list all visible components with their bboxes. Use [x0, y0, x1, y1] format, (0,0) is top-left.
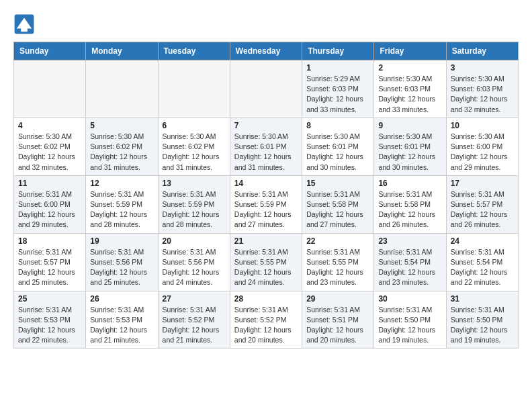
calendar-cell: 19Sunrise: 5:31 AM Sunset: 5:56 PM Dayli… [86, 233, 158, 291]
day-info: Sunrise: 5:31 AM Sunset: 5:55 PM Dayligh… [234, 247, 298, 288]
day-info: Sunrise: 5:31 AM Sunset: 5:50 PM Dayligh… [451, 305, 514, 346]
day-number: 25 [18, 294, 81, 304]
day-number: 12 [90, 179, 153, 188]
day-number: 27 [163, 294, 226, 304]
calendar-cell [158, 60, 230, 118]
day-number: 5 [90, 121, 153, 130]
calendar-cell: 4Sunrise: 5:30 AM Sunset: 6:02 PM Daylig… [14, 118, 86, 175]
weekday-header-sunday: Sunday [14, 42, 86, 60]
day-info: Sunrise: 5:30 AM Sunset: 6:03 PM Dayligh… [378, 74, 441, 115]
calendar-cell: 22Sunrise: 5:31 AM Sunset: 5:55 PM Dayli… [302, 233, 374, 291]
calendar-cell: 2Sunrise: 5:30 AM Sunset: 6:03 PM Daylig… [374, 60, 446, 118]
day-number: 6 [163, 121, 226, 130]
day-number: 21 [234, 236, 298, 246]
calendar-cell: 27Sunrise: 5:31 AM Sunset: 5:52 PM Dayli… [158, 291, 230, 349]
calendar-cell: 3Sunrise: 5:30 AM Sunset: 6:03 PM Daylig… [446, 60, 518, 118]
calendar-cell: 12Sunrise: 5:31 AM Sunset: 5:59 PM Dayli… [86, 175, 158, 233]
calendar-cell: 21Sunrise: 5:31 AM Sunset: 5:55 PM Dayli… [230, 233, 302, 291]
day-number: 20 [163, 236, 226, 246]
day-info: Sunrise: 5:31 AM Sunset: 6:00 PM Dayligh… [18, 189, 81, 230]
weekday-header-row: SundayMondayTuesdayWednesdayThursdayFrid… [14, 42, 519, 60]
day-info: Sunrise: 5:31 AM Sunset: 5:52 PM Dayligh… [163, 305, 226, 346]
weekday-header-thursday: Thursday [302, 42, 374, 60]
calendar-cell: 28Sunrise: 5:31 AM Sunset: 5:52 PM Dayli… [230, 291, 302, 349]
calendar-cell: 31Sunrise: 5:31 AM Sunset: 5:50 PM Dayli… [446, 291, 518, 349]
weekday-header-monday: Monday [86, 42, 158, 60]
day-info: Sunrise: 5:31 AM Sunset: 5:56 PM Dayligh… [90, 247, 153, 288]
day-number: 30 [378, 294, 441, 304]
day-info: Sunrise: 5:31 AM Sunset: 5:58 PM Dayligh… [306, 189, 369, 230]
calendar-cell [14, 60, 86, 118]
day-number: 14 [234, 179, 298, 188]
day-info: Sunrise: 5:31 AM Sunset: 5:57 PM Dayligh… [18, 247, 81, 288]
page-header [13, 13, 519, 35]
day-info: Sunrise: 5:30 AM Sunset: 6:02 PM Dayligh… [90, 132, 153, 173]
week-row-0: 1Sunrise: 5:29 AM Sunset: 6:03 PM Daylig… [14, 60, 519, 118]
calendar-cell: 30Sunrise: 5:31 AM Sunset: 5:50 PM Dayli… [374, 291, 446, 349]
calendar-cell: 5Sunrise: 5:30 AM Sunset: 6:02 PM Daylig… [86, 118, 158, 175]
calendar-cell: 18Sunrise: 5:31 AM Sunset: 5:57 PM Dayli… [14, 233, 86, 291]
week-row-2: 11Sunrise: 5:31 AM Sunset: 6:00 PM Dayli… [14, 175, 519, 233]
day-number: 17 [451, 179, 514, 188]
day-info: Sunrise: 5:31 AM Sunset: 5:58 PM Dayligh… [378, 189, 441, 230]
day-info: Sunrise: 5:30 AM Sunset: 6:01 PM Dayligh… [234, 132, 298, 173]
day-number: 4 [18, 121, 81, 130]
week-row-3: 18Sunrise: 5:31 AM Sunset: 5:57 PM Dayli… [14, 233, 519, 291]
day-number: 11 [18, 179, 81, 188]
day-number: 16 [378, 179, 441, 188]
svg-rect-2 [21, 26, 28, 32]
calendar-cell: 23Sunrise: 5:31 AM Sunset: 5:54 PM Dayli… [374, 233, 446, 291]
weekday-header-tuesday: Tuesday [158, 42, 230, 60]
day-number: 8 [306, 121, 369, 130]
day-number: 31 [451, 294, 514, 304]
day-info: Sunrise: 5:30 AM Sunset: 6:01 PM Dayligh… [306, 132, 369, 173]
day-number: 28 [234, 294, 298, 304]
day-number: 15 [306, 179, 369, 188]
day-info: Sunrise: 5:31 AM Sunset: 5:52 PM Dayligh… [234, 305, 298, 346]
day-info: Sunrise: 5:30 AM Sunset: 6:01 PM Dayligh… [378, 132, 441, 173]
day-info: Sunrise: 5:30 AM Sunset: 6:00 PM Dayligh… [451, 132, 514, 173]
day-number: 26 [90, 294, 153, 304]
day-info: Sunrise: 5:31 AM Sunset: 5:53 PM Dayligh… [18, 305, 81, 346]
weekday-header-friday: Friday [374, 42, 446, 60]
day-number: 3 [451, 63, 514, 73]
day-number: 22 [306, 236, 369, 246]
weekday-header-saturday: Saturday [446, 42, 518, 60]
calendar-cell: 15Sunrise: 5:31 AM Sunset: 5:58 PM Dayli… [302, 175, 374, 233]
day-number: 19 [90, 236, 153, 246]
week-row-4: 25Sunrise: 5:31 AM Sunset: 5:53 PM Dayli… [14, 291, 519, 349]
calendar-cell: 26Sunrise: 5:31 AM Sunset: 5:53 PM Dayli… [86, 291, 158, 349]
logo [13, 13, 38, 35]
day-info: Sunrise: 5:31 AM Sunset: 5:57 PM Dayligh… [451, 189, 514, 230]
day-number: 23 [378, 236, 441, 246]
day-number: 24 [451, 236, 514, 246]
day-info: Sunrise: 5:31 AM Sunset: 5:56 PM Dayligh… [163, 247, 226, 288]
day-info: Sunrise: 5:31 AM Sunset: 5:54 PM Dayligh… [451, 247, 514, 288]
calendar-cell: 24Sunrise: 5:31 AM Sunset: 5:54 PM Dayli… [446, 233, 518, 291]
day-info: Sunrise: 5:31 AM Sunset: 5:59 PM Dayligh… [234, 189, 298, 230]
calendar-cell: 14Sunrise: 5:31 AM Sunset: 5:59 PM Dayli… [230, 175, 302, 233]
calendar-cell: 1Sunrise: 5:29 AM Sunset: 6:03 PM Daylig… [302, 60, 374, 118]
day-number: 18 [18, 236, 81, 246]
calendar-table: SundayMondayTuesdayWednesdayThursdayFrid… [13, 42, 519, 349]
day-info: Sunrise: 5:31 AM Sunset: 5:59 PM Dayligh… [163, 189, 226, 230]
week-row-1: 4Sunrise: 5:30 AM Sunset: 6:02 PM Daylig… [14, 118, 519, 175]
calendar-cell: 10Sunrise: 5:30 AM Sunset: 6:00 PM Dayli… [446, 118, 518, 175]
day-info: Sunrise: 5:31 AM Sunset: 5:53 PM Dayligh… [90, 305, 153, 346]
day-info: Sunrise: 5:31 AM Sunset: 5:50 PM Dayligh… [378, 305, 441, 346]
day-number: 2 [378, 63, 441, 73]
calendar-cell [86, 60, 158, 118]
logo-icon [13, 13, 35, 35]
day-number: 9 [378, 121, 441, 130]
calendar-cell [230, 60, 302, 118]
calendar-cell: 29Sunrise: 5:31 AM Sunset: 5:51 PM Dayli… [302, 291, 374, 349]
calendar-cell: 8Sunrise: 5:30 AM Sunset: 6:01 PM Daylig… [302, 118, 374, 175]
day-info: Sunrise: 5:30 AM Sunset: 6:02 PM Dayligh… [18, 132, 81, 173]
calendar-cell: 16Sunrise: 5:31 AM Sunset: 5:58 PM Dayli… [374, 175, 446, 233]
day-info: Sunrise: 5:31 AM Sunset: 5:59 PM Dayligh… [90, 189, 153, 230]
day-info: Sunrise: 5:30 AM Sunset: 6:03 PM Dayligh… [451, 74, 514, 115]
day-number: 13 [163, 179, 226, 188]
day-info: Sunrise: 5:29 AM Sunset: 6:03 PM Dayligh… [306, 74, 369, 115]
calendar-cell: 7Sunrise: 5:30 AM Sunset: 6:01 PM Daylig… [230, 118, 302, 175]
calendar-cell: 6Sunrise: 5:30 AM Sunset: 6:02 PM Daylig… [158, 118, 230, 175]
